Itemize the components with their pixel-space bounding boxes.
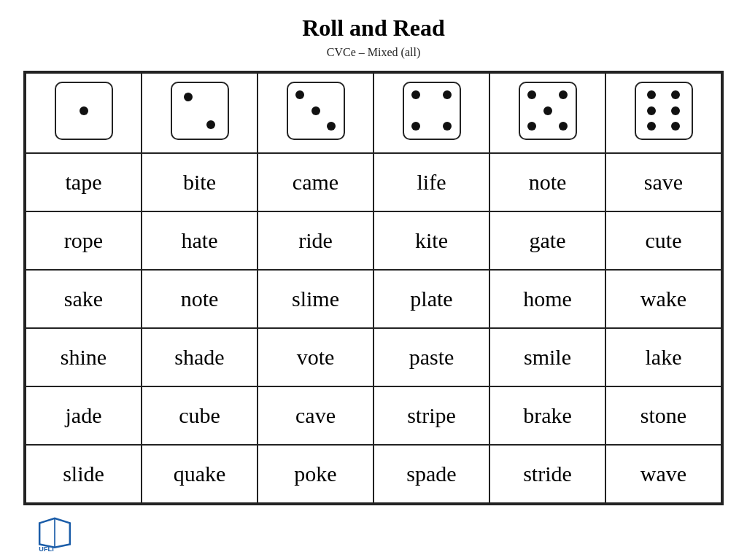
word-cell-r2-c1: rope: [26, 211, 142, 270]
dot-dot2: [206, 120, 215, 129]
word-cell-r3-c2: note: [142, 270, 258, 328]
word-row-3: sakenoteslimeplatehomewake: [26, 270, 721, 328]
word-cell-r2-c4: kite: [374, 211, 489, 270]
word-row-1: tapebitecamelifenotesave: [26, 153, 721, 211]
word-cell-r3-c3: slime: [258, 270, 374, 328]
dice-cell-1: [26, 73, 142, 153]
word-cell-r6-c5: stride: [489, 445, 605, 503]
die-3: [287, 82, 345, 140]
dot-dot5: [647, 122, 656, 131]
word-cell-r1-c2: bite: [142, 153, 258, 211]
word-cell-r1-c4: life: [374, 153, 489, 211]
word-cell-r5-c1: jade: [26, 386, 142, 445]
dice-cell-2: [142, 73, 258, 153]
word-cell-r6-c2: quake: [142, 445, 258, 503]
dice-cell-4: [374, 73, 489, 153]
die-1: [55, 82, 113, 140]
svg-text:UFLI: UFLI: [39, 545, 53, 552]
dot-dot3: [647, 106, 656, 115]
word-cell-r3-c4: plate: [374, 270, 489, 328]
word-cell-r6-c4: spade: [374, 445, 489, 503]
word-row-6: slidequakepokespadestridewave: [26, 445, 721, 503]
word-cell-r5-c2: cube: [142, 386, 258, 445]
dice-cell-6: [605, 73, 721, 153]
word-cell-r4-c2: shade: [142, 328, 258, 386]
die-2: [171, 82, 229, 140]
dot-dot3: [411, 122, 420, 131]
dot-dot2: [311, 106, 320, 115]
dice-row: [26, 73, 721, 153]
main-table: tapebitecamelifenotesaveropehateridekite…: [25, 72, 722, 504]
word-row-5: jadecubecavestripebrakestone: [26, 386, 721, 445]
word-cell-r6-c3: poke: [258, 445, 374, 503]
word-cell-r1-c6: save: [605, 153, 721, 211]
word-cell-r6-c6: wave: [605, 445, 721, 503]
word-cell-r4-c1: shine: [26, 328, 142, 386]
word-row-4: shineshadevotepastesmilelake: [26, 328, 721, 386]
dot-dot1: [184, 93, 193, 101]
word-cell-r5-c3: cave: [258, 386, 374, 445]
dot-dot4: [527, 122, 536, 131]
word-cell-r2-c3: ride: [258, 211, 374, 270]
dot-dot4: [671, 106, 680, 115]
dot-dot6: [671, 122, 680, 131]
ufli-logo: UFLI: [36, 516, 73, 555]
roll-and-read-grid: tapebitecamelifenotesaveropehateridekite…: [23, 71, 724, 505]
word-cell-r2-c2: hate: [142, 211, 258, 270]
word-cell-r4-c4: paste: [374, 328, 489, 386]
die-5: [519, 82, 577, 140]
word-cell-r5-c6: stone: [605, 386, 721, 445]
die-4: [403, 82, 461, 140]
die-6: [635, 82, 693, 140]
word-cell-r4-c6: lake: [605, 328, 721, 386]
word-cell-r3-c5: home: [489, 270, 605, 328]
page-title: Roll and Read: [302, 15, 445, 42]
word-cell-r2-c5: gate: [489, 211, 605, 270]
dice-cell-3: [258, 73, 374, 153]
word-cell-r3-c1: sake: [26, 270, 142, 328]
dot-dot1: [80, 106, 88, 115]
word-cell-r5-c5: brake: [489, 386, 605, 445]
word-cell-r1-c3: came: [258, 153, 374, 211]
dot-dot1: [647, 90, 656, 99]
word-cell-r3-c6: wake: [605, 270, 721, 328]
word-cell-r5-c4: stripe: [374, 386, 489, 445]
dot-dot4: [443, 122, 452, 131]
dot-dot1: [295, 90, 304, 99]
dot-dot2: [671, 90, 680, 99]
dot-dot2: [443, 90, 452, 99]
dot-dot5: [559, 122, 568, 131]
dice-cell-5: [489, 73, 605, 153]
word-cell-r1-c1: tape: [26, 153, 142, 211]
word-cell-r1-c5: note: [489, 153, 605, 211]
page-subtitle: CVCe – Mixed (all): [327, 46, 420, 59]
word-cell-r6-c1: slide: [26, 445, 142, 503]
word-row-2: ropehateridekitegatecute: [26, 211, 721, 270]
dot-dot1: [411, 90, 420, 99]
word-cell-r4-c5: smile: [489, 328, 605, 386]
word-cell-r4-c3: vote: [258, 328, 374, 386]
word-cell-r2-c6: cute: [605, 211, 721, 270]
dot-dot3: [327, 122, 336, 131]
dot-dot1: [527, 90, 536, 99]
dot-dot3: [543, 106, 552, 115]
dot-dot2: [559, 90, 568, 99]
